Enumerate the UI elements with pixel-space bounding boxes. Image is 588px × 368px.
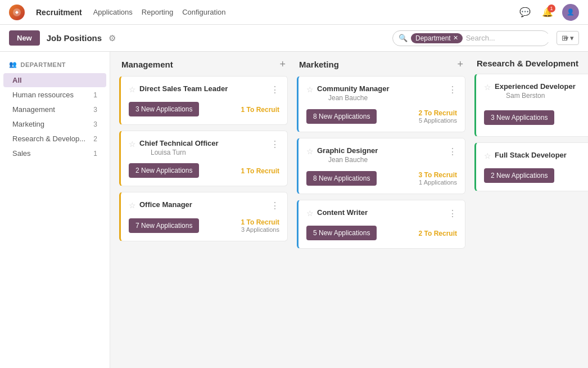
column-management: Management + ☆ Direct Sales Team Leader … [119, 59, 288, 247]
column-add-management[interactable]: + [279, 59, 286, 70]
favorite-star[interactable]: ☆ [129, 140, 136, 149]
column-title-rd: Research & Development [477, 59, 578, 68]
card-community-manager: ☆ Community Manager Jean Bauche ⋮ 8 New … [297, 76, 465, 132]
card-menu[interactable]: ⋮ [270, 139, 279, 150]
column-add-marketing[interactable]: + [457, 59, 463, 70]
favorite-star[interactable]: ☆ [129, 201, 136, 210]
user-avatar[interactable]: 👤 [562, 4, 579, 21]
app-logo [9, 5, 25, 20]
view-toggle[interactable]: ⊞ ▾ [557, 31, 579, 45]
new-button[interactable]: New [9, 30, 40, 46]
sidebar-section-dept: 👥 DEPARTMENT [0, 59, 110, 73]
recruit-sub: 3 Applications [241, 226, 279, 233]
applications-button[interactable]: 8 New Applications [306, 171, 377, 186]
favorite-star[interactable]: ☆ [484, 151, 491, 160]
card-office-manager: ☆ Office Manager ⋮ 7 New Applications 1 … [119, 192, 288, 241]
card-top: ☆ Direct Sales Team Leader ⋮ [129, 84, 279, 95]
job-subtitle: Jean Bauche [317, 156, 378, 164]
card-cto: ☆ Chief Technical Officer Louisa Turn ⋮ … [119, 131, 288, 186]
sidebar-item-marketing[interactable]: Marketing 3 [3, 117, 106, 131]
dept-icon: 👥 [9, 61, 17, 68]
topnav: Recruitment Applications Reporting Confi… [0, 0, 588, 25]
recruit-main: 1 To Recruit [241, 106, 279, 114]
job-title: Chief Technical Officer [139, 139, 219, 147]
favorite-star[interactable]: ☆ [129, 85, 136, 94]
applications-button[interactable]: 5 New Applications [306, 226, 377, 240]
job-title: Office Manager [139, 200, 192, 209]
search-icon: 🔍 [399, 34, 408, 42]
card-menu[interactable]: ⋮ [448, 146, 457, 157]
kanban-view-icon: ⊞ [562, 34, 568, 42]
recruit-main: 1 To Recruit [241, 218, 279, 226]
sidebar-item-sales[interactable]: Sales 1 [3, 146, 106, 160]
page-title: Job Positions [47, 33, 102, 43]
applications-button[interactable]: 2 New Applications [129, 163, 199, 178]
card-menu[interactable]: ⋮ [448, 84, 457, 95]
favorite-star[interactable]: ☆ [484, 83, 491, 92]
app-name: Recruitment [36, 8, 82, 17]
recruit-main: 2 To Recruit [419, 109, 457, 117]
column-header-rd: Research & Development [474, 59, 588, 74]
card-experienced-dev: ☆ Experienced Developer Sam Berston ⋮ 3 … [474, 74, 588, 137]
nav-configuration[interactable]: Configuration [182, 8, 225, 16]
sidebar-item-all[interactable]: All [3, 73, 106, 87]
applications-button[interactable]: 7 New Applications [129, 218, 199, 233]
recruit-sub: 1 Applications [419, 179, 457, 186]
job-subtitle: Jean Bauche [317, 94, 390, 102]
job-title: Community Manager [317, 84, 390, 93]
card-content-writer: ☆ Content Writer ⋮ 5 New Applications 2 … [297, 200, 465, 249]
job-title: Full Stack Developer [495, 151, 567, 159]
nav-applications[interactable]: Applications [93, 8, 133, 16]
notification-badge[interactable]: 🔔 1 [540, 5, 555, 20]
sidebar: 👥 DEPARTMENT All Human ressources 1 Mana… [0, 52, 110, 368]
recruit-main: 2 To Recruit [419, 230, 457, 237]
recruit-info: 1 To Recruit [241, 105, 279, 114]
nav-reporting[interactable]: Reporting [142, 8, 173, 16]
nav-links: Applications Reporting Configuration [93, 8, 506, 16]
card-direct-sales: ☆ Direct Sales Team Leader ⋮ 3 New Appli… [119, 76, 288, 125]
applications-button[interactable]: 3 New Applications [484, 110, 554, 125]
column-marketing: Marketing + ☆ Community Manager Jean Bau… [297, 59, 465, 254]
job-title: Content Writer [317, 208, 368, 217]
recruit-main: 3 To Recruit [419, 171, 457, 179]
card-menu[interactable]: ⋮ [270, 84, 279, 95]
column-title-marketing: Marketing [299, 60, 339, 69]
job-subtitle: Louisa Turn [139, 149, 219, 156]
card-menu[interactable]: ⋮ [270, 200, 279, 211]
dept-filter-remove[interactable]: ✕ [453, 34, 458, 42]
card-graphic-designer: ☆ Graphic Designer Jean Bauche ⋮ 8 New A… [297, 138, 465, 194]
dept-filter-tag[interactable]: Department ✕ [411, 33, 463, 43]
main-layout: 👥 DEPARTMENT All Human ressources 1 Mana… [0, 52, 588, 368]
applications-button[interactable]: 8 New Applications [306, 109, 377, 124]
chat-icon[interactable]: 💬 [517, 5, 533, 20]
recruit-main: 1 To Recruit [241, 167, 279, 175]
favorite-star[interactable]: ☆ [306, 147, 314, 156]
toolbar: New Job Positions ⚙ 🔍 Department ✕ ▼ ⊞ ▾ [0, 25, 588, 52]
recruit-sub: 5 Applications [419, 117, 457, 124]
column-title-management: Management [121, 60, 173, 69]
sidebar-item-rd[interactable]: Research & Develop... 2 [3, 132, 106, 146]
view-dropdown-arrow: ▾ [570, 34, 574, 42]
nav-right: 💬 🔔 1 👤 [517, 4, 579, 21]
badge-count: 1 [548, 5, 555, 12]
job-title: Graphic Designer [317, 146, 378, 155]
applications-button[interactable]: 3 New Applications [129, 102, 199, 116]
card-fullstack-dev: ☆ Full Stack Developer ⋮ 2 New Applicati… [474, 142, 588, 191]
column-header-marketing: Marketing + [297, 59, 465, 76]
search-bar: 🔍 Department ✕ ▼ [392, 30, 550, 46]
search-input[interactable] [466, 34, 560, 42]
settings-icon[interactable]: ⚙ [108, 33, 116, 43]
favorite-star[interactable]: ☆ [306, 85, 314, 94]
sidebar-item-hr[interactable]: Human ressources 1 [3, 88, 106, 102]
card-menu[interactable]: ⋮ [448, 208, 457, 219]
job-subtitle: Sam Berston [495, 92, 576, 100]
job-title: Direct Sales Team Leader [139, 84, 228, 93]
applications-button[interactable]: 2 New Applications [484, 168, 554, 183]
sidebar-item-management[interactable]: Management 3 [3, 102, 106, 116]
dept-filter-label: Department [415, 34, 451, 42]
column-header-management: Management + [119, 59, 288, 76]
favorite-star[interactable]: ☆ [306, 209, 314, 218]
job-title: Experienced Developer [495, 82, 576, 91]
column-rd: Research & Development ☆ Experienced Dev… [474, 59, 588, 197]
kanban-board: Management + ☆ Direct Sales Team Leader … [110, 52, 588, 368]
